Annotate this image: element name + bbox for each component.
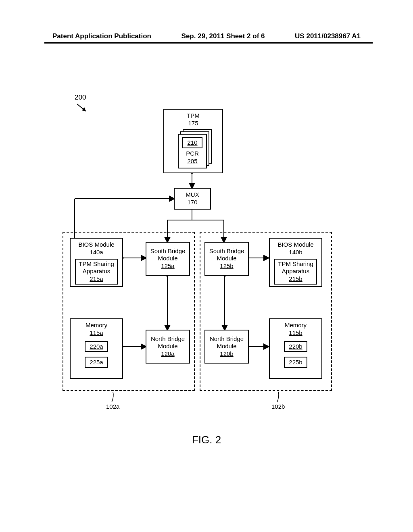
memory-a-r2: 225a — [85, 357, 108, 368]
pcr-inner-num: 210 — [182, 137, 202, 148]
memory-b-r2: 225b — [284, 357, 307, 368]
figure-caption: FIG. 2 — [0, 434, 413, 446]
zone-b-label: 102b — [271, 403, 285, 410]
memory-b-title: Memory — [285, 322, 307, 329]
zone-a-label: 102a — [106, 403, 119, 410]
north-b-num: 120b — [220, 350, 233, 358]
pcr-block: 210 PCR 205 — [178, 134, 207, 168]
north-bridge-b: North Bridge Module 120b — [204, 330, 249, 364]
memory-a-r1: 220a — [85, 341, 108, 352]
memory-b: Memory 115b 220b 225b — [269, 318, 322, 379]
diagram-area: TPM 175 210 PCR 205 MUX 170 BIOS Module … — [63, 109, 353, 423]
tpm-num: 175 — [188, 119, 198, 127]
pcr-stack: 210 PCR 205 — [178, 129, 213, 168]
north-b-title: North Bridge Module — [210, 335, 244, 350]
header-mid: Sep. 29, 2011 Sheet 2 of 6 — [181, 32, 265, 40]
header-rule — [44, 42, 373, 44]
memory-a: Memory 115a 220a 225a — [70, 318, 123, 379]
bios-b-num: 140b — [289, 248, 302, 256]
tpm-sharing-b-title: TPM Sharing Apparatus — [278, 260, 313, 275]
tpm-sharing-a: TPM Sharing Apparatus 215a — [75, 259, 118, 285]
header-left: Patent Application Publication — [52, 32, 151, 40]
mux-num: 170 — [187, 198, 197, 206]
north-a-title: North Bridge Module — [151, 335, 185, 350]
header-right: US 2011/0238967 A1 — [295, 32, 361, 40]
south-b-title: South Bridge Module — [209, 247, 244, 262]
south-bridge-a: South Bridge Module 125a — [146, 242, 190, 276]
bios-module-a: BIOS Module 140a TPM Sharing Apparatus 2… — [70, 238, 123, 287]
memory-a-title: Memory — [86, 322, 107, 329]
tpm-sharing-b: TPM Sharing Apparatus 215b — [274, 259, 317, 285]
mux-block: MUX 170 — [174, 188, 211, 210]
memory-a-num: 115a — [90, 329, 103, 337]
south-b-num: 125b — [220, 262, 233, 270]
page: Patent Application Publication Sep. 29, … — [0, 0, 413, 532]
north-bridge-a: North Bridge Module 120a — [146, 330, 190, 364]
memory-b-num: 115b — [289, 329, 302, 337]
pcr-title: PCR — [186, 150, 199, 157]
bios-b-title: BIOS Module — [277, 241, 313, 248]
memory-b-r1: 220b — [284, 341, 307, 352]
mux-title: MUX — [186, 191, 199, 198]
south-a-num: 125a — [161, 262, 174, 270]
figure-ref-text: 200 — [75, 94, 86, 101]
tpm-sharing-b-num: 215b — [289, 275, 302, 283]
bios-a-title: BIOS Module — [78, 241, 114, 248]
page-header: Patent Application Publication Sep. 29, … — [0, 32, 413, 40]
tpm-sharing-a-num: 215a — [90, 275, 103, 283]
tpm-sharing-a-title: TPM Sharing Apparatus — [79, 260, 114, 275]
bios-a-num: 140a — [90, 248, 103, 256]
south-bridge-b: South Bridge Module 125b — [204, 242, 249, 276]
tpm-block: TPM 175 210 PCR 205 — [163, 109, 223, 173]
pcr-num: 205 — [187, 157, 197, 165]
bios-module-b: BIOS Module 140b TPM Sharing Apparatus 2… — [269, 238, 322, 287]
north-a-num: 120a — [161, 350, 174, 358]
tpm-title: TPM — [187, 112, 200, 119]
south-a-title: South Bridge Module — [150, 247, 186, 262]
